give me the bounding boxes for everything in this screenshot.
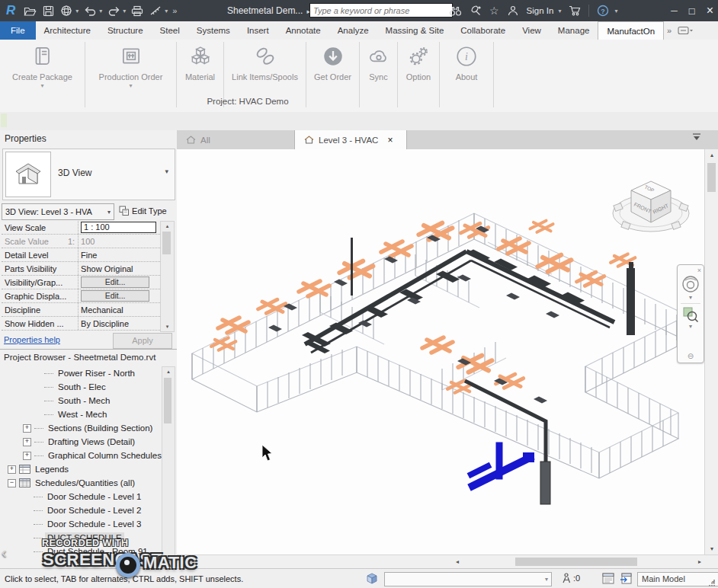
scroll-up-icon[interactable]: ▴ [705,152,718,158]
user-icon[interactable] [506,4,520,18]
scroll-down-icon[interactable]: ▾ [705,545,718,552]
create-package-button[interactable]: Create Package ▾ [0,40,85,94]
expand-icon[interactable]: + [23,438,31,446]
tab-view[interactable]: View [514,21,550,40]
apply-button[interactable]: Apply [113,333,172,349]
editable-only-icon[interactable] [602,573,614,584]
scrollbar-thumb[interactable] [164,378,171,423]
revit-logo-icon[interactable]: R [5,3,18,18]
resize-grip[interactable] [708,579,716,586]
open-icon[interactable] [23,4,37,18]
search-input[interactable] [309,3,453,18]
tab-annotate[interactable]: Annotate [277,21,329,40]
collapse-icon[interactable]: − [8,479,16,487]
scroll-up-icon[interactable]: ▴ [161,223,174,229]
type-selector[interactable]: 3D View ▾ [2,149,175,200]
ribbon-state-toggle-icon[interactable] [678,26,693,35]
zoom-tool-button[interactable] [678,306,704,323]
property-row[interactable]: Show Hidden ... By Discipline [2,317,160,331]
property-row[interactable]: View Scale 1 : 100 [2,221,160,235]
tree-item[interactable]: South - Elec [0,380,162,394]
property-row[interactable]: Graphic Displa... Edit... [2,289,160,303]
tree-item[interactable]: Power Riser - North [0,366,162,380]
type-selector-chevron-icon[interactable]: ▾ [165,168,168,175]
tab-steel[interactable]: Steel [152,21,188,40]
project-browser-scrollbar[interactable]: ▴ ▾ [162,366,175,567]
help-dropdown-icon[interactable]: ▾ [614,8,617,14]
scroll-down-icon[interactable]: ▾ [162,559,175,565]
tree-item[interactable]: Duct Schedule - Room 91 [0,545,162,558]
scrollbar-thumb[interactable] [162,232,171,254]
scrollbar-thumb[interactable] [707,163,716,192]
steering-wheel-button[interactable] [678,274,704,294]
maximize-button[interactable]: □ [689,5,695,17]
horizontal-scrollbar[interactable]: ◂ ▸ [454,555,704,569]
tree-item-selected[interactable]: DUCT SCHEDULE [0,531,162,545]
sync-button[interactable]: Sync [360,40,397,94]
tree-item[interactable]: +Legends [0,462,162,476]
edit-type-button[interactable]: Edit Type [117,203,175,219]
tree-item[interactable]: West - Mech [0,407,162,421]
undo-icon[interactable] [83,4,97,18]
properties-help-link[interactable]: Properties help [4,335,60,344]
tree-item[interactable]: South - Mech [0,394,162,407]
selection-filter[interactable]: :0 [561,573,580,583]
production-order-button[interactable]: Production Order ▾ [85,40,176,94]
property-row[interactable]: Discipline Mechanical [2,303,160,317]
tab-systems[interactable]: Systems [188,21,239,40]
sign-in-button[interactable]: Sign In [527,6,554,15]
tab-collaborate[interactable]: Collaborate [452,21,514,40]
help-icon[interactable]: ? [596,4,610,18]
model-canvas[interactable]: TOP FRONT RIGHT × ▾ ▾ ⊖ [177,149,704,554]
link-items-spools-button[interactable]: Link Items/Spools [224,40,306,94]
tree-item[interactable]: +Graphical Column Schedules [0,449,162,462]
property-grid-scrollbar[interactable]: ▴ ▾ [160,221,175,332]
close-view-tab-icon[interactable]: × [387,135,393,145]
tab-manage[interactable]: Manage [550,21,598,40]
property-row[interactable]: Detail Level Fine [2,248,160,262]
visibility-edit-button[interactable]: Edit... [81,276,149,288]
close-button[interactable]: × [707,4,713,18]
graphic-display-edit-button[interactable]: Edit... [81,290,149,302]
print-icon[interactable] [130,4,144,18]
search-binoculars-icon[interactable] [448,4,462,18]
collaborate-sphere-icon[interactable] [59,4,73,18]
steering-wheel-dropdown-icon[interactable]: ▾ [678,294,704,301]
property-row[interactable]: Parts Visibility Show Original [2,262,160,276]
view-tab-list-icon[interactable] [692,133,701,141]
scroll-down-icon[interactable]: ▾ [161,324,174,330]
view-tab-level3-hvac[interactable]: Level 3 - HVAC × [294,130,407,149]
property-row[interactable]: Visibility/Grap... Edit... [2,276,160,289]
tree-item[interactable]: Door Schedule - Level 3 [0,517,162,531]
measure-icon[interactable] [149,4,162,18]
redo-icon[interactable] [107,4,120,18]
view-cube[interactable]: TOP FRONT RIGHT [608,174,694,244]
save-icon[interactable] [41,4,55,18]
view-tab-all[interactable]: All [177,130,274,149]
undo-dropdown-icon[interactable]: ▾ [99,8,102,14]
scrollbar-thumb[interactable] [515,558,637,566]
navbar-close-icon[interactable]: × [697,267,701,274]
material-button[interactable]: Material [177,40,223,94]
scroll-right-icon[interactable]: ▸ [698,558,701,565]
tab-analyze[interactable]: Analyze [329,21,377,40]
design-option-combo[interactable]: Main Model ▾ [637,572,718,586]
vertical-scrollbar[interactable]: ▴ ▾ [704,149,718,554]
tab-file[interactable]: File [0,21,36,40]
expand-icon[interactable]: + [8,465,16,474]
exclude-options-icon[interactable] [620,573,632,584]
navbar-minimize-icon[interactable]: ⊖ [678,352,704,360]
collaborate-dropdown-icon[interactable]: ▾ [75,8,79,14]
tree-item[interactable]: +Sections (Building Section) [0,421,162,435]
instance-selector-combo[interactable]: 3D View: Level 3 - HVA ▾ [2,203,114,220]
redo-dropdown-icon[interactable]: ▾ [123,8,126,14]
tab-massing-site[interactable]: Massing & Site [377,21,453,40]
tree-item[interactable]: +Drafting Views (Detail) [0,435,162,449]
favorites-star-icon[interactable]: ☆ [489,5,499,17]
sign-in-dropdown-icon[interactable]: ▾ [558,8,561,14]
view-scale-input[interactable]: 1 : 100 [81,222,156,233]
zoom-dropdown-icon[interactable]: ▾ [678,323,704,330]
tree-item[interactable]: Door Schedule - Level 2 [0,503,162,517]
about-button[interactable]: i About [440,40,493,94]
worksets-icon[interactable] [366,573,378,584]
